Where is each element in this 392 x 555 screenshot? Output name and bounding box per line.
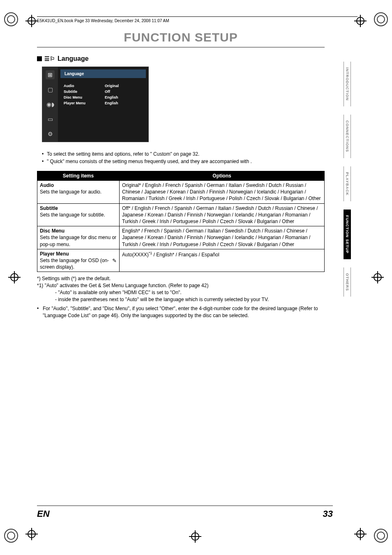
menu-row: Subtitle Off [58, 89, 148, 94]
setting-options: Off* / English / French / Spanish / Germ… [120, 203, 325, 226]
table-row: Subtitle Sets the language for subtitle.… [37, 203, 325, 226]
setting-options: English* / French / Spanish / German / I… [120, 226, 325, 249]
settings-table: Setting items Options Audio Sets the lan… [37, 171, 325, 272]
menu-screenshot: ⊞ ▢ ◉◗ ▭ ⚙ Language Audio Original Subti… [42, 67, 149, 142]
book-info: E5K41UD_EN.book Page 33 Wednesday, Decem… [37, 18, 357, 23]
crop-mark-icon [8, 271, 21, 283]
side-tab-others: OTHERS [344, 267, 351, 297]
menu-row-value: English [105, 95, 118, 99]
language-icon: ☰⚐ [44, 55, 55, 62]
setting-desc: Sets the language for OSD (on-screen dis… [40, 257, 117, 270]
registration-mark-icon [4, 529, 18, 543]
page-content: E5K41UD_EN.book Page 33 Wednesday, Decem… [37, 16, 357, 319]
footnote-line: *) Settings with (*) are the default. [37, 275, 325, 282]
menu-row-label: Audio [64, 84, 105, 88]
page-footer: EN 33 [37, 505, 333, 519]
setting-title: Player Menu [40, 251, 117, 257]
others-tab-icon: ⚙ [46, 129, 55, 138]
setting-desc: Sets the language for subtitle. [40, 212, 117, 218]
footer-lang: EN [37, 509, 50, 519]
table-row: Audio Sets the language for audio. Origi… [37, 181, 325, 204]
footnote-line: - "Auto" is available only when "HDMI CE… [37, 289, 325, 296]
crop-mark-icon [189, 530, 201, 543]
parental-tab-icon: ▭ [46, 115, 55, 124]
options-prefix: Auto(XXXX) [122, 252, 149, 258]
crop-mark-icon [25, 15, 38, 27]
registration-mark-icon [374, 12, 388, 26]
menu-row-label: Disc Menu [64, 95, 105, 99]
note-line: To select the setting items and options,… [42, 150, 357, 158]
table-row: Player Menu ✎ Sets the language for OSD … [37, 249, 325, 272]
language-tab-icon: ⊞ [46, 70, 55, 79]
setting-title: Audio [40, 182, 117, 189]
side-tab-function-setup: FUNCTION SETUP [344, 210, 351, 259]
setting-options: Auto(XXXX)*1 / English* / Français / Esp… [120, 249, 325, 272]
intro-notes: To select the setting items and options,… [42, 150, 357, 165]
page-title: FUNCTION SETUP [37, 30, 325, 48]
menu-row-label: Player Menu [64, 101, 105, 105]
square-bullet-icon [37, 56, 42, 61]
section-heading: ☰⚐ Language [37, 55, 357, 62]
footnotes: *) Settings with (*) are the default. *1… [37, 275, 325, 319]
table-row: Disc Menu Sets the language for disc men… [37, 226, 325, 249]
menu-row: Disc Menu English [58, 94, 148, 100]
setting-title: Disc Menu [40, 228, 117, 234]
footer-page-number: 33 [323, 509, 333, 519]
th-options: Options [120, 171, 325, 181]
crop-mark-icon [371, 271, 384, 283]
footnote-line: - inside the parentheses next to "Auto" … [37, 296, 325, 303]
video-tab-icon: ▢ [46, 85, 55, 94]
setting-desc: Sets the language for audio. [40, 189, 117, 195]
menu-row: Player Menu English [58, 100, 148, 106]
options-suffix: / English* / Français / Español [152, 252, 219, 258]
menu-row-label: Subtitle [64, 90, 105, 94]
menu-row: Audio Original [58, 83, 148, 89]
side-tab-introduction: INTRODUCTION [344, 62, 351, 106]
audio-tab-icon: ◉◗ [46, 100, 55, 109]
options-sup: *1 [149, 251, 152, 255]
registration-mark-icon [374, 529, 388, 543]
crop-mark-icon [25, 528, 38, 540]
menu-row-value: Original [105, 84, 119, 88]
crop-mark-icon [354, 528, 367, 540]
setting-options: Original* / English / French / Spanish /… [120, 181, 325, 204]
registration-mark-icon [4, 12, 18, 26]
th-setting-items: Setting items [37, 171, 120, 181]
section-heading-text: Language [58, 55, 89, 62]
setting-title: Subtitle [40, 205, 117, 212]
menu-title: Language [60, 69, 146, 78]
menu-sidebar: ⊞ ▢ ◉◗ ▭ ⚙ [42, 67, 58, 142]
footnote-line: *1) "Auto" activates the Get & Set Menu … [37, 282, 325, 289]
side-tab-connections: CONNECTIONS [344, 115, 351, 158]
setting-desc: Sets the language for disc menu or pop-u… [40, 234, 117, 247]
menu-row-value: Off [105, 90, 110, 94]
side-tab-playback: PLAYBACK [344, 166, 351, 201]
footnote-line: For "Audio", "Subtitle", and "Disc Menu"… [37, 305, 325, 319]
menu-row-value: English [105, 101, 118, 105]
side-tabs: INTRODUCTION CONNECTIONS PLAYBACK FUNCTI… [344, 62, 351, 297]
note-line: " Quick" menu consists of the setting me… [42, 158, 357, 165]
quick-icon: ✎ [112, 257, 117, 265]
